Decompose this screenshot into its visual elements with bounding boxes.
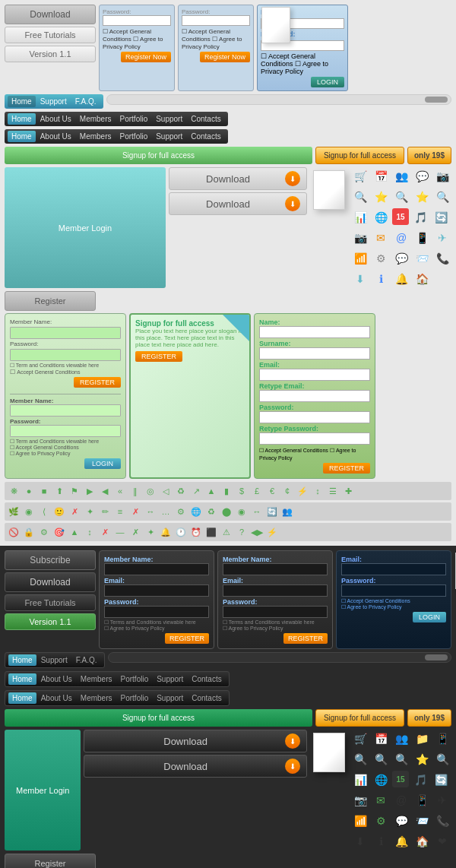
dark-scrollbar[interactable] <box>108 652 451 663</box>
signup-orange-button[interactable]: Signup for full access <box>315 147 404 164</box>
nav-item-members-2[interactable]: Members <box>76 113 116 125</box>
tb-x-icon[interactable]: ✗ <box>68 505 81 518</box>
tb-rot-icon[interactable]: 🔄 <box>265 505 279 518</box>
em-input-d2[interactable] <box>223 584 328 597</box>
pw-input-d1[interactable] <box>104 606 209 618</box>
em-input-d1[interactable] <box>104 584 209 597</box>
tb-alarm-icon[interactable]: ⏰ <box>189 525 203 539</box>
nav-item-support-3[interactable]: Support <box>152 131 186 142</box>
pw-input-dark[interactable] <box>341 584 446 597</box>
version-dark[interactable]: Version 1.1 <box>5 613 96 630</box>
d-search-icon[interactable]: 🔍 <box>351 750 369 768</box>
tb-x4-icon[interactable]: ✗ <box>128 525 142 539</box>
tb-back-icon[interactable]: ◀ <box>98 484 112 498</box>
star-icon-1[interactable]: ⭐ <box>372 188 390 206</box>
tb-dash-icon[interactable]: — <box>113 525 127 539</box>
tb-recycle-icon[interactable]: ♻ <box>174 484 188 498</box>
tb-x3-icon[interactable]: ✗ <box>98 525 112 539</box>
tb-rect-icon[interactable]: ▮ <box>220 484 233 498</box>
d-wifi-icon[interactable]: 📶 <box>351 812 369 830</box>
member-name-input-2[interactable] <box>10 404 121 417</box>
camera-icon[interactable]: 📷 <box>433 167 451 185</box>
login-green-btn[interactable]: LOGIN <box>84 458 121 469</box>
d-music-icon[interactable]: 🎵 <box>411 771 429 789</box>
tb-dollar-icon[interactable]: $ <box>235 484 249 498</box>
tb-arrow-icon[interactable]: ⬆ <box>52 484 66 498</box>
d-nav-home-3[interactable]: Home <box>8 692 36 704</box>
d-nav-members-3[interactable]: Members <box>77 692 116 704</box>
download-button-top[interactable]: Download <box>5 5 96 24</box>
camera-icon-2[interactable]: 📷 <box>351 229 369 247</box>
mn-input-d1[interactable] <box>104 563 209 575</box>
tb-q-icon[interactable]: ? <box>235 525 249 539</box>
download-dark-1[interactable]: Download ⬇ <box>84 730 307 752</box>
tb-euro-icon[interactable]: € <box>265 484 279 498</box>
scrollbar-top[interactable] <box>106 94 451 105</box>
star-icon-2[interactable]: ⭐ <box>413 188 431 206</box>
calendar-icon[interactable]: 📅 <box>372 167 390 185</box>
d-calc-icon[interactable]: 📅 <box>372 730 390 748</box>
email-input-dark[interactable] <box>341 563 446 575</box>
tb-people-icon[interactable]: 👥 <box>280 505 294 518</box>
d-nav-members-2[interactable]: Members <box>77 673 116 685</box>
d-refresh-icon[interactable]: 🔄 <box>432 771 450 789</box>
password-input-mini2[interactable] <box>182 15 250 26</box>
nav-item-support-2[interactable]: Support <box>152 113 186 125</box>
retype-pw-input[interactable] <box>259 432 370 445</box>
register-button-mini2[interactable]: Register Now <box>200 52 250 62</box>
tb-plus-icon[interactable]: ✚ <box>341 484 355 498</box>
nav-item-home-2[interactable]: Home <box>8 113 36 125</box>
tb-circ-icon[interactable]: ◎ <box>144 484 157 498</box>
d-bell-icon[interactable]: 🔔 <box>392 832 410 851</box>
tb-ring-icon[interactable]: ◉ <box>22 505 36 518</box>
d-phone-icon[interactable]: 📱 <box>413 791 431 809</box>
d-cart-icon[interactable]: 🛒 <box>351 730 369 748</box>
d-chart-icon[interactable]: 📊 <box>351 771 369 789</box>
tb-angle-icon[interactable]: ⟨ <box>37 505 51 518</box>
tb-bell-icon[interactable]: 🔔 <box>159 525 173 539</box>
member-login-dark[interactable]: Member Login <box>5 730 81 851</box>
tb-menu-icon[interactable]: ☰ <box>326 484 340 498</box>
d-gear-icon[interactable]: ⚙ <box>372 812 390 830</box>
d-mail-icon[interactable]: ✉ <box>372 791 390 809</box>
search-icon-2[interactable]: 🔍 <box>433 188 451 206</box>
d-globe-icon[interactable]: 🌐 <box>372 771 390 789</box>
d-home-icon[interactable]: 🏠 <box>413 832 431 851</box>
tb-tri2-icon[interactable]: ▲ <box>68 525 81 539</box>
d-search3-icon[interactable]: 🔍 <box>392 750 410 768</box>
tb-globe-icon[interactable]: 🌐 <box>189 505 203 518</box>
tb-smile-icon[interactable]: 🙂 <box>52 505 66 518</box>
register-reg-btn[interactable]: REGISTER <box>323 463 370 474</box>
nav-item-aboutus-2[interactable]: About Us <box>36 113 75 125</box>
tb-target-icon[interactable]: 🎯 <box>52 525 66 539</box>
info-icon[interactable]: ℹ <box>372 270 390 288</box>
tb-star2-icon[interactable]: ✦ <box>144 525 157 539</box>
tb-pause-icon[interactable]: ‖ <box>128 484 142 498</box>
d-magnify-icon[interactable]: 🔍 <box>433 750 451 768</box>
tb-dots-icon[interactable]: … <box>159 505 173 518</box>
d-msg-icon[interactable]: 💬 <box>392 812 410 830</box>
tb-left-icon[interactable]: ◁ <box>159 484 173 498</box>
mn-input-d2[interactable] <box>223 563 328 575</box>
tb-up-right-icon[interactable]: ↗ <box>189 484 203 498</box>
tb-lr2-icon[interactable]: ◀▶ <box>250 525 264 539</box>
signup-dark-button[interactable]: Signup for full access <box>5 709 312 727</box>
d-users-icon[interactable]: 👥 <box>392 730 410 748</box>
pw-input-reg[interactable] <box>259 411 370 423</box>
tb-ban-icon[interactable]: 🚫 <box>7 525 21 539</box>
d-search2-icon[interactable]: 🔍 <box>372 750 390 768</box>
plane-icon[interactable]: ✈ <box>433 229 451 247</box>
d-nav-portfolio-2[interactable]: Portfolio <box>117 673 153 685</box>
call-icon[interactable]: 📞 <box>433 249 451 268</box>
gear-icon[interactable]: ⚙ <box>372 249 390 268</box>
nav-item-contacts-3[interactable]: Contacts <box>187 131 224 142</box>
tb-play-icon[interactable]: ▶ <box>83 484 97 498</box>
chart-icon[interactable]: 📊 <box>351 208 369 227</box>
reg-btn-d2[interactable]: REGISTER <box>283 633 328 644</box>
tb-ud-icon[interactable]: ↕ <box>83 525 97 539</box>
d-nav-contacts-3[interactable]: Contacts <box>188 692 225 704</box>
d-nav-support-2[interactable]: Support <box>153 673 187 685</box>
d-star-icon[interactable]: ⭐ <box>413 750 431 768</box>
tb-ring2-icon[interactable]: ◉ <box>235 505 249 518</box>
tb-dback-icon[interactable]: « <box>113 484 127 498</box>
